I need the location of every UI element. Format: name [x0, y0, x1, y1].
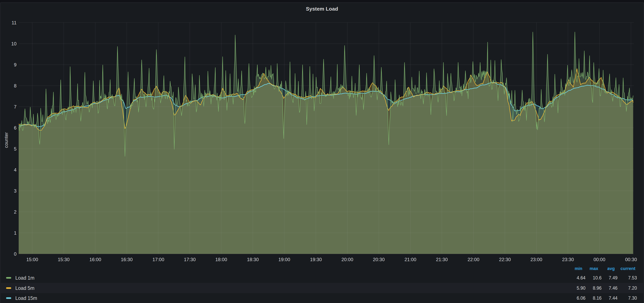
svg-text:18:00: 18:00 [215, 257, 227, 262]
svg-text:22:00: 22:00 [468, 257, 479, 262]
svg-text:20:30: 20:30 [373, 257, 385, 262]
svg-text:9: 9 [14, 62, 16, 68]
svg-text:23:30: 23:30 [562, 257, 574, 262]
svg-text:11: 11 [12, 20, 16, 25]
svg-text:15:00: 15:00 [26, 257, 38, 262]
svg-text:16:30: 16:30 [121, 257, 132, 262]
svg-text:10: 10 [11, 41, 16, 46]
svg-text:00:00: 00:00 [594, 257, 605, 262]
svg-text:00:30: 00:30 [625, 257, 637, 262]
svg-text:7: 7 [14, 104, 16, 110]
svg-text:16:00: 16:00 [90, 257, 101, 262]
svg-text:21:30: 21:30 [436, 257, 448, 262]
svg-text:19:30: 19:30 [310, 257, 322, 262]
svg-text:17:30: 17:30 [184, 257, 196, 262]
svg-text:15:30: 15:30 [58, 257, 70, 262]
svg-text:counter: counter [4, 132, 9, 148]
svg-text:18:30: 18:30 [247, 257, 259, 262]
svg-text:23:00: 23:00 [530, 257, 542, 262]
svg-text:0: 0 [14, 251, 16, 257]
svg-text:8: 8 [14, 83, 16, 88]
svg-text:1: 1 [14, 230, 16, 236]
svg-text:22:30: 22:30 [499, 257, 511, 262]
svg-text:4: 4 [14, 167, 16, 172]
svg-text:2: 2 [14, 209, 16, 214]
svg-text:17:00: 17:00 [152, 257, 164, 262]
svg-text:3: 3 [14, 188, 16, 194]
svg-text:20:00: 20:00 [342, 257, 353, 262]
svg-text:6: 6 [14, 125, 16, 130]
svg-text:19:00: 19:00 [278, 257, 290, 262]
svg-text:5: 5 [14, 146, 16, 152]
svg-text:21:00: 21:00 [404, 257, 416, 262]
